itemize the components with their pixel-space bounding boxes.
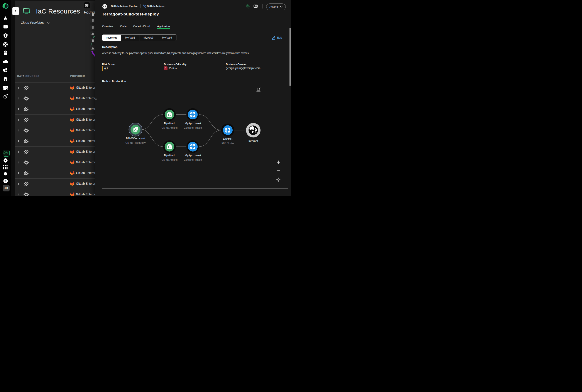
svg-text:Pipeline1: Pipeline1 xyxy=(164,154,175,157)
svg-text:GitHub Actions: GitHub Actions xyxy=(162,158,178,161)
svg-text:Pipeline1: Pipeline1 xyxy=(164,122,175,125)
svg-text:K8S Cluster: K8S Cluster xyxy=(222,142,234,145)
svg-text:MyApp:Latest: MyApp:Latest xyxy=(185,154,201,157)
svg-text:GitHub Repository: GitHub Repository xyxy=(126,141,146,144)
svg-text:Cluster1: Cluster1 xyxy=(223,137,233,140)
svg-text:Internet: Internet xyxy=(248,140,258,143)
svg-text:MyApp:Latest: MyApp:Latest xyxy=(185,122,201,125)
svg-text:?: ? xyxy=(4,180,6,183)
svg-text:Container Image: Container Image xyxy=(184,126,202,129)
svg-text:PANW/terragoat: PANW/terragoat xyxy=(126,137,145,140)
svg-text:GitHub Actions: GitHub Actions xyxy=(162,126,178,129)
svg-text:Container Image: Container Image xyxy=(184,158,202,161)
